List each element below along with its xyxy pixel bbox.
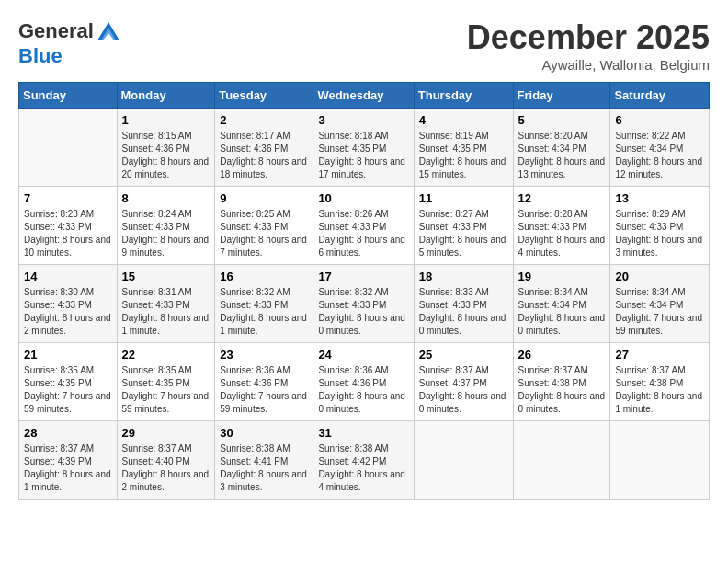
day-number: 19 — [518, 270, 606, 283]
weekday-header-tuesday: Tuesday — [215, 83, 313, 109]
day-number: 21 — [24, 348, 112, 362]
day-info: Sunrise: 8:36 AM Sunset: 4:36 PM Dayligh… — [318, 364, 408, 416]
calendar-cell — [513, 421, 610, 500]
day-info: Sunrise: 8:18 AM Sunset: 4:35 PM Dayligh… — [318, 130, 408, 181]
calendar-cell: 3Sunrise: 8:18 AM Sunset: 4:35 PM Daylig… — [313, 109, 414, 187]
calendar-cell: 23Sunrise: 8:36 AM Sunset: 4:36 PM Dayli… — [215, 343, 313, 421]
day-number: 9 — [220, 191, 308, 205]
day-info: Sunrise: 8:24 AM Sunset: 4:33 PM Dayligh… — [122, 208, 210, 259]
day-number: 4 — [419, 113, 508, 127]
day-info: Sunrise: 8:27 AM Sunset: 4:33 PM Dayligh… — [419, 208, 508, 259]
page-header: General Blue December 2025 Aywaille, Wal… — [18, 18, 710, 73]
weekday-header-monday: Monday — [117, 83, 215, 109]
day-info: Sunrise: 8:22 AM Sunset: 4:34 PM Dayligh… — [615, 130, 704, 181]
logo-general-text: General — [18, 19, 94, 43]
day-number: 24 — [318, 348, 408, 362]
day-info: Sunrise: 8:30 AM Sunset: 4:33 PM Dayligh… — [24, 286, 112, 338]
day-info: Sunrise: 8:37 AM Sunset: 4:40 PM Dayligh… — [122, 442, 210, 494]
calendar-cell: 2Sunrise: 8:17 AM Sunset: 4:36 PM Daylig… — [215, 109, 313, 187]
day-info: Sunrise: 8:38 AM Sunset: 4:42 PM Dayligh… — [318, 442, 408, 494]
calendar-cell: 20Sunrise: 8:34 AM Sunset: 4:34 PM Dayli… — [610, 265, 710, 343]
day-info: Sunrise: 8:37 AM Sunset: 4:37 PM Dayligh… — [419, 364, 508, 416]
day-info: Sunrise: 8:15 AM Sunset: 4:36 PM Dayligh… — [122, 130, 210, 181]
day-info: Sunrise: 8:35 AM Sunset: 4:35 PM Dayligh… — [122, 364, 210, 416]
calendar-week-row: 14Sunrise: 8:30 AM Sunset: 4:33 PM Dayli… — [19, 265, 710, 343]
calendar-cell: 1Sunrise: 8:15 AM Sunset: 4:36 PM Daylig… — [117, 109, 215, 187]
day-number: 28 — [24, 426, 112, 440]
day-info: Sunrise: 8:35 AM Sunset: 4:35 PM Dayligh… — [24, 364, 112, 416]
day-info: Sunrise: 8:29 AM Sunset: 4:33 PM Dayligh… — [615, 208, 704, 259]
day-number: 1 — [122, 113, 210, 127]
calendar-cell: 10Sunrise: 8:26 AM Sunset: 4:33 PM Dayli… — [313, 187, 414, 265]
day-info: Sunrise: 8:31 AM Sunset: 4:33 PM Dayligh… — [122, 286, 210, 338]
calendar-cell: 31Sunrise: 8:38 AM Sunset: 4:42 PM Dayli… — [313, 421, 414, 500]
weekday-header-thursday: Thursday — [414, 83, 513, 109]
day-info: Sunrise: 8:17 AM Sunset: 4:36 PM Dayligh… — [220, 130, 308, 181]
day-number: 8 — [122, 191, 210, 205]
day-number: 26 — [518, 348, 606, 362]
day-number: 29 — [122, 426, 210, 440]
weekday-header-friday: Friday — [513, 83, 610, 109]
weekday-header-sunday: Sunday — [19, 83, 118, 109]
day-number: 11 — [419, 191, 508, 205]
calendar-cell — [19, 109, 118, 187]
day-info: Sunrise: 8:23 AM Sunset: 4:33 PM Dayligh… — [24, 208, 112, 259]
day-number: 30 — [220, 426, 308, 440]
day-number: 31 — [318, 426, 408, 440]
day-info: Sunrise: 8:28 AM Sunset: 4:33 PM Dayligh… — [518, 208, 606, 259]
day-number: 16 — [220, 270, 308, 283]
day-number: 6 — [615, 113, 704, 127]
day-number: 12 — [518, 191, 606, 205]
calendar-cell: 7Sunrise: 8:23 AM Sunset: 4:33 PM Daylig… — [19, 187, 118, 265]
day-number: 27 — [615, 348, 704, 362]
day-info: Sunrise: 8:32 AM Sunset: 4:33 PM Dayligh… — [220, 286, 308, 338]
day-info: Sunrise: 8:33 AM Sunset: 4:33 PM Dayligh… — [419, 286, 508, 338]
calendar-cell: 8Sunrise: 8:24 AM Sunset: 4:33 PM Daylig… — [117, 187, 215, 265]
day-info: Sunrise: 8:37 AM Sunset: 4:39 PM Dayligh… — [24, 442, 112, 494]
calendar-cell: 17Sunrise: 8:32 AM Sunset: 4:33 PM Dayli… — [313, 265, 414, 343]
day-info: Sunrise: 8:34 AM Sunset: 4:34 PM Dayligh… — [518, 286, 606, 338]
calendar-cell: 13Sunrise: 8:29 AM Sunset: 4:33 PM Dayli… — [610, 187, 710, 265]
calendar-cell — [610, 421, 710, 500]
day-info: Sunrise: 8:26 AM Sunset: 4:33 PM Dayligh… — [318, 208, 408, 259]
location: Aywaille, Wallonia, Belgium — [467, 57, 710, 73]
calendar-cell: 9Sunrise: 8:25 AM Sunset: 4:33 PM Daylig… — [215, 187, 313, 265]
calendar-cell: 30Sunrise: 8:38 AM Sunset: 4:41 PM Dayli… — [215, 421, 313, 500]
calendar-week-row: 7Sunrise: 8:23 AM Sunset: 4:33 PM Daylig… — [19, 187, 710, 265]
calendar-cell: 15Sunrise: 8:31 AM Sunset: 4:33 PM Dayli… — [117, 265, 215, 343]
calendar-header-row: SundayMondayTuesdayWednesdayThursdayFrid… — [19, 83, 710, 109]
calendar-cell: 18Sunrise: 8:33 AM Sunset: 4:33 PM Dayli… — [414, 265, 513, 343]
logo: General Blue — [18, 18, 121, 68]
calendar-cell: 4Sunrise: 8:19 AM Sunset: 4:35 PM Daylig… — [414, 109, 513, 187]
calendar-cell: 6Sunrise: 8:22 AM Sunset: 4:34 PM Daylig… — [610, 109, 710, 187]
day-number: 2 — [220, 113, 308, 127]
calendar-cell — [414, 421, 513, 500]
calendar-week-row: 28Sunrise: 8:37 AM Sunset: 4:39 PM Dayli… — [19, 421, 710, 500]
day-number: 5 — [518, 113, 606, 127]
day-info: Sunrise: 8:20 AM Sunset: 4:34 PM Dayligh… — [518, 130, 606, 181]
calendar-cell: 16Sunrise: 8:32 AM Sunset: 4:33 PM Dayli… — [215, 265, 313, 343]
day-number: 3 — [318, 113, 408, 127]
calendar-cell: 14Sunrise: 8:30 AM Sunset: 4:33 PM Dayli… — [19, 265, 118, 343]
calendar-cell: 29Sunrise: 8:37 AM Sunset: 4:40 PM Dayli… — [117, 421, 215, 500]
day-number: 14 — [24, 270, 112, 283]
day-info: Sunrise: 8:25 AM Sunset: 4:33 PM Dayligh… — [220, 208, 308, 259]
logo-icon — [96, 18, 121, 44]
day-number: 15 — [122, 270, 210, 283]
day-info: Sunrise: 8:32 AM Sunset: 4:33 PM Dayligh… — [318, 286, 408, 338]
day-number: 20 — [615, 270, 704, 283]
calendar-week-row: 1Sunrise: 8:15 AM Sunset: 4:36 PM Daylig… — [19, 109, 710, 187]
day-number: 23 — [220, 348, 308, 362]
weekday-header-saturday: Saturday — [610, 83, 710, 109]
day-info: Sunrise: 8:19 AM Sunset: 4:35 PM Dayligh… — [419, 130, 508, 181]
calendar-cell: 21Sunrise: 8:35 AM Sunset: 4:35 PM Dayli… — [19, 343, 118, 421]
day-number: 22 — [122, 348, 210, 362]
calendar-cell: 11Sunrise: 8:27 AM Sunset: 4:33 PM Dayli… — [414, 187, 513, 265]
day-number: 7 — [24, 191, 112, 205]
calendar-cell: 26Sunrise: 8:37 AM Sunset: 4:38 PM Dayli… — [513, 343, 610, 421]
calendar-cell: 28Sunrise: 8:37 AM Sunset: 4:39 PM Dayli… — [19, 421, 118, 500]
day-info: Sunrise: 8:37 AM Sunset: 4:38 PM Dayligh… — [518, 364, 606, 416]
calendar-cell: 22Sunrise: 8:35 AM Sunset: 4:35 PM Dayli… — [117, 343, 215, 421]
day-info: Sunrise: 8:36 AM Sunset: 4:36 PM Dayligh… — [220, 364, 308, 416]
calendar-cell: 27Sunrise: 8:37 AM Sunset: 4:38 PM Dayli… — [610, 343, 710, 421]
